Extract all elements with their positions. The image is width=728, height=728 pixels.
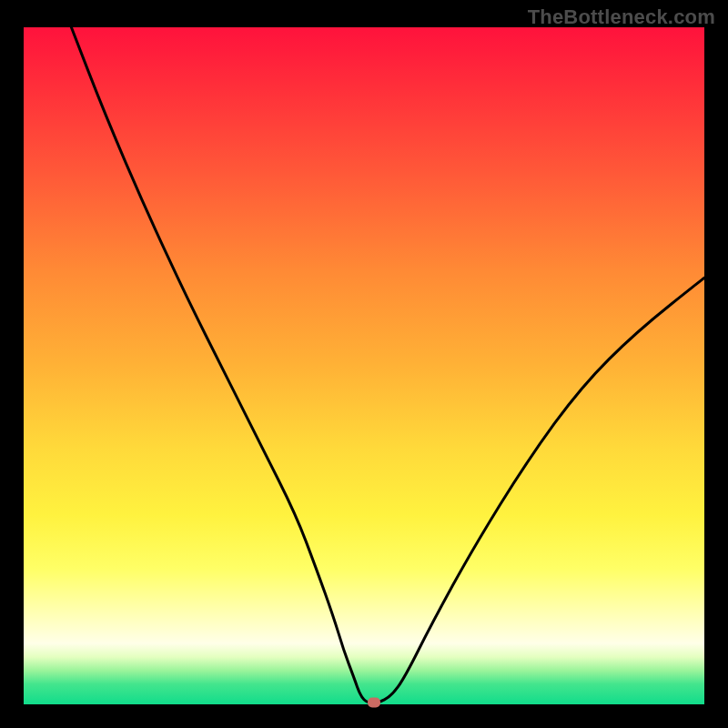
min-marker: [368, 697, 380, 707]
bottleneck-curve: [71, 27, 704, 703]
chart-frame: TheBottleneck.com: [0, 0, 728, 728]
curve-svg: [24, 27, 704, 704]
watermark-text: TheBottleneck.com: [528, 5, 715, 29]
plot-area: [24, 27, 704, 704]
